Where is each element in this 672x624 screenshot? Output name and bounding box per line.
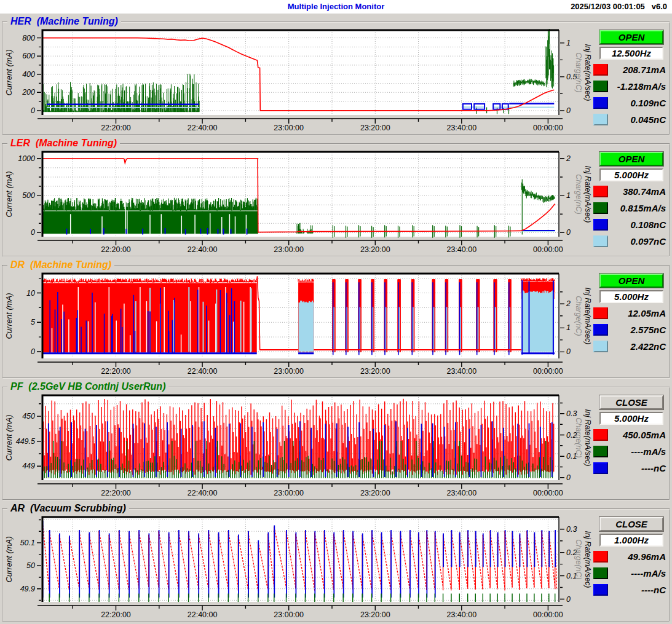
- svg-text:0: 0: [566, 473, 571, 482]
- svg-text:23:00:00: 23:00:00: [274, 124, 304, 131]
- legend-color-swatch-icon: [593, 551, 608, 563]
- reading-value: ----nC: [641, 585, 666, 595]
- injection-frequency-display: 1.000Hz: [599, 534, 663, 547]
- svg-text:22:40:00: 22:40:00: [188, 489, 218, 496]
- injection-info-panel: OPEN 5.000Hz 12.05mA 2.575nC 2.422nC: [592, 266, 666, 377]
- reading-row: 0.097nC: [592, 233, 666, 250]
- strip-chart-pf: 22:20:0022:40:0023:00:0023:20:0023:40:00…: [3, 394, 592, 496]
- legend-color-swatch-icon: [593, 324, 608, 336]
- reading-value: 0.108nC: [630, 219, 666, 230]
- svg-text:0: 0: [31, 106, 35, 115]
- svg-text:500: 500: [22, 191, 35, 200]
- svg-text:22:40:00: 22:40:00: [188, 245, 218, 253]
- reading-row: 2.575nC: [592, 322, 666, 338]
- legend-color-swatch-icon: [593, 584, 608, 596]
- panel-body: 22:20:0022:40:0023:00:0023:20:0023:40:00…: [3, 510, 669, 621]
- reading-row: 0.045nC: [592, 111, 666, 128]
- svg-text:1: 1: [566, 323, 571, 332]
- svg-text:800: 800: [22, 34, 35, 42]
- injection-frequency-display: 5.000Hz: [599, 290, 663, 303]
- svg-text:22:20:00: 22:20:00: [101, 124, 131, 131]
- panel-title: LER (Machine Tuning): [7, 138, 120, 149]
- svg-text:23:40:00: 23:40:00: [446, 367, 476, 374]
- reading-row: 49.96mA: [592, 548, 666, 565]
- svg-text:Charge(nC): Charge(nC): [574, 539, 583, 579]
- svg-text:Inj Rate(mA/sec): Inj Rate(mA/sec): [583, 409, 592, 466]
- svg-text:Inj Rate(mA/sec): Inj Rate(mA/sec): [583, 165, 592, 223]
- legend-color-swatch-icon: [593, 462, 608, 474]
- svg-text:00:00:00: 00:00:00: [533, 367, 563, 374]
- svg-text:Current (mA): Current (mA): [4, 414, 14, 460]
- reading-value: 2.575nC: [630, 325, 666, 335]
- svg-text:449.5: 449.5: [16, 437, 35, 446]
- ring-panel-pf: PF (2.5GeV HB ContInj UserRun) 22:20:002…: [2, 387, 670, 500]
- svg-text:23:20:00: 23:20:00: [360, 489, 390, 496]
- panel-title: HER (Machine Tuning): [7, 16, 121, 27]
- reading-row: 208.71mA: [592, 61, 666, 78]
- readings-list: 208.71mA -1.218mA/s 0.109nC 0.045nC: [592, 61, 666, 128]
- svg-text:23:00:00: 23:00:00: [274, 367, 304, 374]
- panel-body: 22:20:0022:40:0023:00:0023:20:0023:40:00…: [3, 23, 669, 134]
- svg-text:23:00:00: 23:00:00: [274, 610, 304, 618]
- reading-row: 12.05mA: [592, 305, 666, 322]
- svg-text:22:40:00: 22:40:00: [188, 610, 218, 618]
- injection-frequency-display: 12.500Hz: [599, 47, 663, 60]
- reading-row: 2.422nC: [592, 338, 666, 355]
- svg-text:23:00:00: 23:00:00: [274, 245, 304, 253]
- svg-text:22:40:00: 22:40:00: [188, 367, 218, 374]
- svg-text:00:00:00: 00:00:00: [533, 124, 563, 131]
- strip-chart-ar: 22:20:0022:40:0023:00:0023:20:0023:40:00…: [3, 516, 592, 618]
- svg-text:23:20:00: 23:20:00: [360, 610, 390, 618]
- svg-text:1: 1: [566, 39, 571, 47]
- svg-text:23:40:00: 23:40:00: [446, 245, 476, 253]
- legend-color-swatch-icon: [593, 202, 608, 214]
- svg-text:0: 0: [566, 228, 571, 237]
- reading-value: ----mA/s: [631, 568, 666, 579]
- beam-gate-status-button[interactable]: CLOSE: [599, 517, 663, 531]
- legend-color-swatch-icon: [593, 567, 608, 579]
- svg-text:23:40:00: 23:40:00: [446, 124, 476, 131]
- header-datetime: 2025/12/03 00:01:05 v6.0: [571, 2, 667, 11]
- svg-text:22:40:00: 22:40:00: [188, 124, 218, 131]
- svg-text:22:20:00: 22:20:00: [101, 367, 131, 374]
- svg-text:2: 2: [566, 154, 571, 163]
- svg-text:0.3: 0.3: [566, 525, 577, 534]
- legend-color-swatch-icon: [593, 446, 608, 457]
- reading-row: ----mA/s: [592, 565, 666, 582]
- ring-panel-ler: LER (Machine Tuning) 22:20:0022:40:0023:…: [2, 143, 670, 257]
- svg-text:10: 10: [26, 289, 35, 298]
- svg-text:0.3: 0.3: [566, 409, 577, 418]
- reading-row: 0.815mA/s: [592, 200, 666, 216]
- svg-text:Current (mA): Current (mA): [4, 293, 14, 339]
- svg-text:00:00:00: 00:00:00: [533, 245, 563, 253]
- injection-frequency-display: 5.000Hz: [599, 412, 663, 425]
- beam-gate-status-button[interactable]: OPEN: [599, 30, 663, 44]
- datetime-text: 2025/12/03 00:01:05: [571, 2, 645, 11]
- version-text: v6.0: [652, 2, 667, 11]
- panel-title: PF (2.5GeV HB ContInj UserRun): [7, 381, 168, 392]
- legend-color-swatch-icon: [593, 235, 608, 247]
- legend-color-swatch-icon: [593, 81, 608, 92]
- svg-text:23:40:00: 23:40:00: [446, 610, 476, 618]
- svg-text:23:20:00: 23:20:00: [360, 124, 390, 131]
- beam-gate-status-button[interactable]: OPEN: [599, 274, 663, 288]
- ring-panel-dr: DR (Machine Tuning) 22:20:0022:40:0023:0…: [2, 265, 670, 379]
- svg-text:23:20:00: 23:20:00: [360, 367, 390, 374]
- injection-info-panel: CLOSE 5.000Hz 450.05mA ----mA/s ----nC: [592, 388, 666, 499]
- svg-text:Charge(nC): Charge(nC): [574, 296, 583, 336]
- svg-text:Charge(nC): Charge(nC): [574, 174, 583, 214]
- svg-text:600: 600: [22, 52, 35, 60]
- panel-body: 22:20:0022:40:0023:00:0023:20:0023:40:00…: [3, 266, 669, 377]
- svg-text:Current (mA): Current (mA): [4, 536, 14, 582]
- readings-list: 49.96mA ----mA/s ----nC: [592, 548, 666, 598]
- reading-value: 0.097nC: [630, 236, 666, 247]
- beam-gate-status-button[interactable]: CLOSE: [599, 395, 663, 409]
- injection-info-panel: OPEN 12.500Hz 208.71mA -1.218mA/s 0.109n…: [592, 23, 666, 134]
- svg-text:Charge(nC): Charge(nC): [574, 417, 583, 457]
- reading-value: 380.74mA: [623, 186, 666, 197]
- panel-body: 22:20:0022:40:0023:00:0023:20:0023:40:00…: [3, 144, 669, 256]
- svg-text:400: 400: [22, 70, 35, 79]
- beam-gate-status-button[interactable]: OPEN: [599, 152, 663, 166]
- injection-info-panel: OPEN 5.000Hz 380.74mA 0.815mA/s 0.108nC …: [592, 144, 666, 256]
- reading-value: 0.815mA/s: [620, 203, 666, 213]
